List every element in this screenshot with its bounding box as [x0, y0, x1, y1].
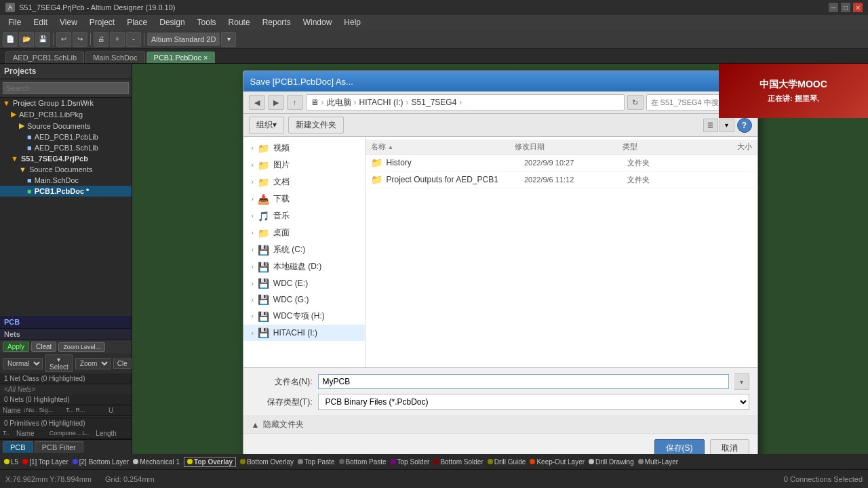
layer-top-solder[interactable]: Top Solder: [391, 458, 430, 466]
file-history[interactable]: 📁 History 2022/9/9 10:27 文件夹: [366, 155, 757, 171]
menu-project[interactable]: Project: [84, 16, 120, 28]
up-button[interactable]: ↑: [287, 95, 303, 110]
nav-music[interactable]: › 🎵 音乐: [243, 207, 365, 224]
tree-libpkg[interactable]: ▶ AED_PCB1.LibPkg: [0, 108, 132, 120]
breadcrumb-hitachi[interactable]: HITACHI (I:): [359, 98, 403, 107]
layer-keepout[interactable]: Keep-Out Layer: [530, 458, 585, 466]
help-button[interactable]: ?: [737, 118, 752, 133]
menu-place[interactable]: Place: [121, 16, 153, 28]
toolbar-zoom-out[interactable]: -: [126, 32, 141, 47]
layer-bottom[interactable]: [2] Bottom Layer: [73, 458, 129, 466]
menu-window[interactable]: Window: [298, 16, 338, 28]
zoom-level-button[interactable]: Zoom Level...: [58, 342, 105, 352]
pcb1-label: PCB1.PcbDoc *: [35, 187, 90, 195]
layer-drill-guide[interactable]: Drill Guide: [488, 458, 526, 466]
filename-input[interactable]: [318, 374, 729, 389]
toolbar-open[interactable]: 📂: [19, 32, 34, 47]
file-project-outputs[interactable]: 📁 Project Outputs for AED_PCB1 2022/9/6 …: [366, 171, 757, 188]
tree-source-docs-1[interactable]: ▶ Source Documents: [0, 120, 132, 131]
menu-reports[interactable]: Reports: [257, 16, 296, 28]
breadcrumb-pc[interactable]: 此电脑: [327, 97, 351, 108]
toolbar-new[interactable]: 📄: [3, 32, 18, 47]
menu-tools[interactable]: Tools: [192, 16, 222, 28]
layer-mech1[interactable]: Mechanical 1: [133, 458, 180, 466]
nav-video[interactable]: › 📁 视频: [243, 140, 365, 157]
view-mode-dropdown[interactable]: ▾: [221, 32, 236, 47]
col-name[interactable]: 名称 ▲: [371, 142, 515, 152]
menu-file[interactable]: File: [3, 16, 26, 28]
nav-pictures[interactable]: › 📁 图片: [243, 157, 365, 174]
toolbar-save[interactable]: 💾: [35, 32, 50, 47]
organize-button[interactable]: 组织▾: [249, 117, 284, 134]
nets-filter-row: Normal ▾ Select Zoom Cle: [0, 353, 132, 373]
toolbar-undo[interactable]: ↩: [56, 32, 71, 47]
tab-schlib[interactable]: AED_PCB1.SchLib: [5, 52, 84, 63]
filename-dropdown[interactable]: ▾: [734, 373, 749, 390]
hide-folders-row[interactable]: ▲ 隐藏文件夹: [243, 415, 757, 433]
tab-pcb-filter[interactable]: PCB Filter: [35, 441, 83, 453]
nav-drive-i[interactable]: › 💾 HITACHI (I:): [243, 325, 365, 341]
menu-design[interactable]: Design: [154, 16, 190, 28]
all-nets-item[interactable]: <All Nets>: [0, 384, 132, 394]
outputs-folder-icon: 📁: [371, 174, 382, 185]
toolbar-zoom-in[interactable]: +: [110, 32, 125, 47]
tab-pcbdoc[interactable]: PCB1.PcbDoc ×: [146, 52, 216, 63]
zoom-select[interactable]: Zoom: [75, 358, 111, 369]
nav-download[interactable]: › 📥 下载: [243, 190, 365, 207]
new-folder-button[interactable]: 新建文件夹: [288, 117, 344, 134]
nav-drive-g[interactable]: › 💾 WDC (G:): [243, 291, 365, 308]
list-view-button[interactable]: ☰: [703, 119, 718, 132]
layer-bottom-paste[interactable]: Bottom Paste: [339, 458, 387, 466]
tree-source-docs-2[interactable]: ▼ Source Documents: [0, 164, 132, 175]
save-button[interactable]: 保存(S): [654, 439, 705, 454]
tree-pcblib[interactable]: ■ AED_PCB1.PcbLib: [0, 131, 132, 142]
tree-pcb1[interactable]: ■ PCB1.PcbDoc *: [0, 186, 132, 197]
back-button[interactable]: ◀: [249, 95, 265, 110]
layer-bottom-overlay[interactable]: Bottom Overlay: [240, 458, 294, 466]
drive-g-icon: 💾: [258, 294, 269, 305]
nav-drive-c[interactable]: › 💾 系统 (C:): [243, 241, 365, 258]
nav-drive-d[interactable]: › 💾 本地磁盘 (D:): [243, 258, 365, 275]
layer-l5[interactable]: L5: [4, 458, 18, 466]
forward-button[interactable]: ▶: [268, 95, 284, 110]
tab-schdoc[interactable]: Main.SchDoc: [85, 52, 144, 63]
toolbar-print[interactable]: 🖨: [94, 32, 108, 47]
nav-desktop[interactable]: › 📁 桌面: [243, 224, 365, 241]
layer-bottom-solder[interactable]: Bottom Solder: [433, 458, 483, 466]
layer-top-paste[interactable]: Top Paste: [298, 458, 334, 466]
cancel-button[interactable]: 取消: [710, 439, 749, 454]
menu-help[interactable]: Help: [338, 16, 366, 28]
select-button[interactable]: ▾ Select: [45, 354, 73, 372]
apply-button[interactable]: Apply: [3, 342, 29, 352]
filter-normal-select[interactable]: Normal: [3, 358, 43, 369]
tree-prjpcb[interactable]: ▼ S51_7SEG4.PrjPcb: [0, 153, 132, 164]
nav-docs[interactable]: › 📁 文档: [243, 174, 365, 190]
clear-button[interactable]: Cleat: [31, 342, 56, 352]
breadcrumb-seg4[interactable]: S51_7SEG4: [412, 98, 457, 107]
filetype-select[interactable]: PCB Binary Files (*.PcbDoc): [318, 394, 749, 410]
toolbar-redo[interactable]: ↪: [73, 32, 87, 47]
menu-edit[interactable]: Edit: [28, 16, 53, 28]
pictures-label: 图片: [273, 159, 290, 171]
details-view-button[interactable]: ▾: [719, 119, 734, 132]
tree-schlib[interactable]: ■ AED_PCB1.SchLib: [0, 142, 132, 153]
menu-view[interactable]: View: [54, 16, 83, 28]
nav-drive-h[interactable]: › 💾 WDC专项 (H:): [243, 308, 365, 325]
tree-main-schdoc[interactable]: ■ Main.SchDoc: [0, 175, 132, 186]
layer-drill-drawing[interactable]: Drill Drawing: [589, 458, 634, 466]
layer-multi[interactable]: Multi-Layer: [638, 458, 678, 466]
sidebar-search-input[interactable]: [3, 82, 129, 94]
tree-project-group[interactable]: ▼ Project Group 1.DsnWrk: [0, 98, 132, 108]
minimize-button[interactable]: ─: [829, 3, 838, 12]
col-type: 类型: [623, 142, 694, 152]
maximize-button[interactable]: □: [841, 3, 850, 12]
close-button[interactable]: ✕: [853, 3, 863, 12]
cle-button[interactable]: Cle: [113, 359, 132, 369]
nav-drive-e[interactable]: › 💾 WDC (E:): [243, 275, 365, 291]
tab-pcb[interactable]: PCB: [3, 441, 33, 453]
menu-route[interactable]: Route: [223, 16, 256, 28]
layer-top[interactable]: [1] Top Layer: [22, 458, 68, 466]
layer-top-overlay[interactable]: Top Overlay: [184, 457, 236, 467]
refresh-button[interactable]: ↻: [627, 95, 644, 110]
brand-area: 中国大学MOOC 正在讲: 握里琴,: [719, 64, 868, 118]
